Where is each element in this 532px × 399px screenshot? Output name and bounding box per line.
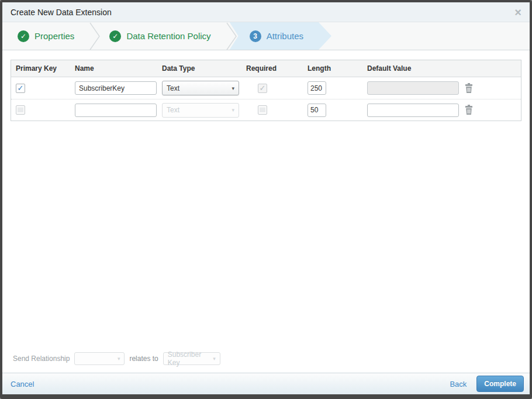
close-button[interactable]: × <box>514 6 521 18</box>
send-relationship-select: ▾ <box>74 352 125 365</box>
attributes-content: Primary Key Name Data Type Required Leng… <box>2 50 530 348</box>
chevron-separator-icon <box>89 22 101 50</box>
trash-icon <box>464 83 474 94</box>
wizard-steps: ✓ Properties ✓ Data Retention Policy 3 A… <box>2 22 530 50</box>
length-input[interactable] <box>308 81 326 95</box>
column-header-length: Length <box>303 64 362 73</box>
relates-to-select: Subscriber Key ▾ <box>163 352 220 365</box>
attributes-table: Primary Key Name Data Type Required Leng… <box>11 60 521 121</box>
check-icon: ✓ <box>18 30 29 42</box>
chevron-down-icon: ▾ <box>232 85 234 91</box>
data-type-select: Text ▾ <box>162 103 239 118</box>
create-data-extension-modal: Create New Data Extension × ✓ Properties… <box>0 0 532 399</box>
chevron-down-icon: ▾ <box>232 107 234 113</box>
required-checkbox: ✓ <box>258 84 267 93</box>
default-value-input[interactable] <box>367 104 459 117</box>
wizard-step-label: Data Retention Policy <box>126 31 210 41</box>
column-header-name: Name <box>70 64 157 73</box>
cancel-link[interactable]: Cancel <box>11 380 34 388</box>
table-row: Text ▾ <box>11 99 521 121</box>
wizard-step-label: Attributes <box>267 31 303 41</box>
wizard-step-attributes[interactable]: 3 Attributes <box>230 22 331 50</box>
wizard-step-data-retention-policy[interactable]: ✓ Data Retention Policy <box>101 22 226 50</box>
modal-titlebar: Create New Data Extension × <box>2 2 530 22</box>
modal-footer: Cancel Back Complete <box>2 373 530 394</box>
data-type-value: Text <box>167 106 179 114</box>
send-relationship-label: Send Relationship <box>13 355 70 363</box>
chevron-down-icon: ▾ <box>213 356 216 362</box>
primary-key-checkbox[interactable] <box>16 105 25 115</box>
data-type-select[interactable]: Text ▾ <box>162 81 239 95</box>
delete-row-button[interactable] <box>464 105 474 115</box>
data-type-value: Text <box>167 84 179 92</box>
wizard-step-properties[interactable]: ✓ Properties <box>9 22 89 50</box>
check-icon: ✓ <box>18 84 24 92</box>
modal-title: Create New Data Extension <box>11 8 112 17</box>
step-number-badge: 3 <box>250 30 261 42</box>
column-header-default-value: Default Value <box>362 64 453 73</box>
chevron-down-icon: ▾ <box>118 356 120 362</box>
name-input[interactable] <box>75 81 157 95</box>
primary-key-checkbox[interactable]: ✓ <box>16 84 25 93</box>
column-header-primary-key: Primary Key <box>11 64 70 73</box>
table-header-row: Primary Key Name Data Type Required Leng… <box>11 60 521 77</box>
send-relationship-row: Send Relationship ▾ relates to Subscribe… <box>2 348 530 370</box>
column-header-data-type: Data Type <box>157 64 241 73</box>
wizard-step-label: Properties <box>34 31 74 41</box>
complete-button[interactable]: Complete <box>476 376 524 392</box>
relates-to-value: Subscriber Key <box>168 350 213 367</box>
check-icon: ✓ <box>109 30 121 42</box>
back-link[interactable]: Back <box>450 380 467 388</box>
column-header-required: Required <box>241 64 303 73</box>
length-input[interactable] <box>308 104 326 117</box>
delete-row-button[interactable] <box>464 83 474 94</box>
close-icon: × <box>514 6 521 19</box>
trash-icon <box>464 105 474 115</box>
check-icon: ✓ <box>260 84 266 92</box>
name-input[interactable] <box>75 104 157 117</box>
relates-to-label: relates to <box>129 355 158 363</box>
default-value-input <box>367 81 459 95</box>
required-checkbox <box>258 105 267 115</box>
table-row: ✓ Text ▾ ✓ <box>11 77 521 99</box>
